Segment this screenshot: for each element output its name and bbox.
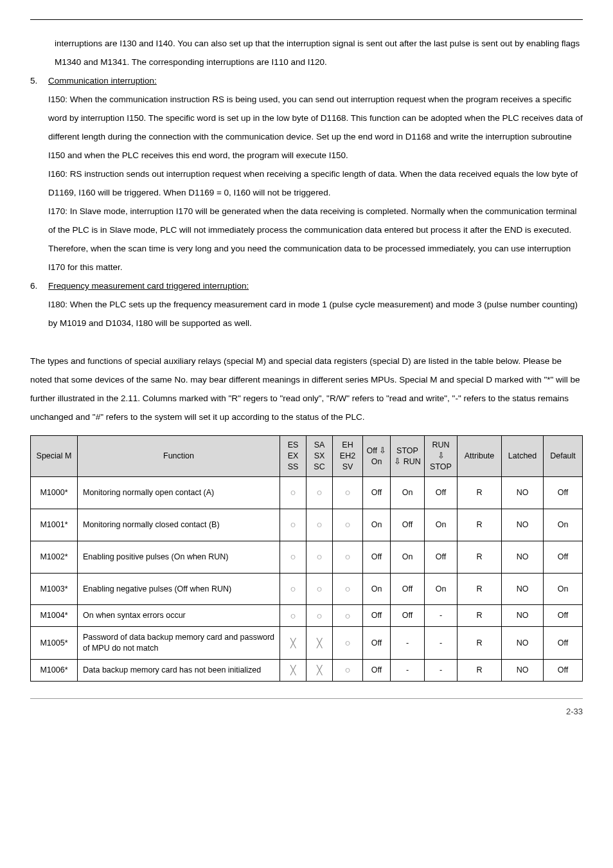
table-cell-symbol: ╳	[280, 660, 306, 682]
table-cell-symbol: ╳	[306, 627, 333, 660]
table-cell-function: Enabling positive pulses (On when RUN)	[78, 541, 280, 573]
table-cell-id: M1004*	[31, 605, 78, 627]
th-default: Default	[544, 436, 583, 477]
table-cell-function: Password of data backup memory card and …	[78, 627, 280, 660]
table-cell: -	[425, 660, 458, 682]
table-cell: On	[425, 509, 458, 541]
table-cell: -	[425, 627, 458, 660]
table-cell-symbol: ○	[280, 605, 306, 627]
table-row: M1006*Data backup memory card has not be…	[31, 660, 583, 682]
table-explanation: The types and functions of special auxil…	[30, 352, 583, 426]
table-cell-function: Monitoring normally closed contact (B)	[78, 509, 280, 541]
th-special-m: Special M	[31, 436, 78, 477]
list-num-5: 5.	[30, 71, 48, 90]
list-item-6: 6. Frequency measurement card triggered …	[30, 276, 583, 332]
table-cell-symbol: ○	[306, 605, 333, 627]
table-cell: Off	[363, 476, 391, 509]
table-cell: -	[391, 660, 425, 682]
continuation-text: interruptions are I130 and I140. You can…	[30, 34, 583, 71]
item5-p2: I160: RS instruction sends out interrupt…	[48, 165, 583, 202]
th-function: Function	[78, 436, 280, 477]
th-es-ex-ss: ES EX SS	[280, 436, 306, 477]
item5-p3: I170: In Slave mode, interruption I170 w…	[48, 202, 583, 276]
table-row: M1004*On when syntax errors occur○○○OffO…	[31, 605, 583, 627]
table-cell-function: Enabling negative pulses (Off when RUN)	[78, 573, 280, 605]
table-row: M1000*Monitoring normally open contact (…	[31, 476, 583, 509]
table-cell-symbol: ○	[333, 541, 363, 573]
table-row: M1003*Enabling negative pulses (Off when…	[31, 573, 583, 605]
table-cell: NO	[502, 509, 544, 541]
section-heading-frequency: Frequency measurement card triggered int…	[48, 281, 249, 291]
relay-table: Special M Function ES EX SS SA SX SC EH …	[30, 435, 583, 682]
table-cell-symbol: ○	[306, 476, 333, 509]
th-off-on: Off ⇩ On	[363, 436, 391, 477]
table-row: M1005*Password of data backup memory car…	[31, 627, 583, 660]
table-cell: Off	[544, 605, 583, 627]
th-sa-sx-sc: SA SX SC	[306, 436, 333, 477]
th-attribute: Attribute	[458, 436, 502, 477]
th-latched: Latched	[502, 436, 544, 477]
table-cell-id: M1001*	[31, 509, 78, 541]
table-cell: On	[391, 476, 425, 509]
table-cell-function: On when syntax errors occur	[78, 605, 280, 627]
table-cell-symbol: ○	[306, 573, 333, 605]
table-cell: Off	[425, 541, 458, 573]
table-cell-symbol: ○	[280, 509, 306, 541]
table-cell: On	[544, 509, 583, 541]
th-stop-run: STOP ⇩ RUN	[391, 436, 425, 477]
table-cell: On	[425, 573, 458, 605]
table-cell-symbol: ○	[306, 509, 333, 541]
table-cell: NO	[502, 573, 544, 605]
table-cell: R	[458, 541, 502, 573]
table-cell: Off	[363, 627, 391, 660]
table-cell: Off	[544, 660, 583, 682]
table-cell-id: M1005*	[31, 627, 78, 660]
th-eh-eh2-sv: EH EH2 SV	[333, 436, 363, 477]
table-cell-symbol: ○	[333, 627, 363, 660]
table-cell: Off	[391, 509, 425, 541]
table-cell-id: M1006*	[31, 660, 78, 682]
table-cell: On	[544, 573, 583, 605]
table-cell: -	[425, 605, 458, 627]
list-item-5: 5. Communication interruption: I150: Whe…	[30, 71, 583, 276]
table-cell-function: Data backup memory card has not been ini…	[78, 660, 280, 682]
table-cell: NO	[502, 476, 544, 509]
top-rule	[30, 19, 583, 20]
table-cell-function: Monitoring normally open contact (A)	[78, 476, 280, 509]
table-cell: Off	[391, 605, 425, 627]
table-cell: R	[458, 605, 502, 627]
table-cell: -	[391, 627, 425, 660]
table-cell: NO	[502, 660, 544, 682]
table-cell-symbol: ○	[333, 605, 363, 627]
page-number: 2-33	[566, 707, 583, 716]
table-cell: NO	[502, 541, 544, 573]
table-cell-symbol: ╳	[306, 660, 333, 682]
table-cell: Off	[544, 541, 583, 573]
table-cell: Off	[544, 627, 583, 660]
table-cell: Off	[363, 541, 391, 573]
section-heading-communication: Communication interruption:	[48, 76, 157, 86]
table-cell: NO	[502, 605, 544, 627]
table-cell: On	[391, 541, 425, 573]
table-cell: R	[458, 660, 502, 682]
th-run-stop: RUN ⇩ STOP	[425, 436, 458, 477]
table-cell: R	[458, 573, 502, 605]
table-cell: On	[363, 573, 391, 605]
table-cell: R	[458, 627, 502, 660]
table-header-row: Special M Function ES EX SS SA SX SC EH …	[31, 436, 583, 477]
table-cell: R	[458, 476, 502, 509]
table-cell-symbol: ○	[306, 541, 333, 573]
table-cell: Off	[363, 605, 391, 627]
table-row: M1001*Monitoring normally closed contact…	[31, 509, 583, 541]
table-cell: Off	[544, 476, 583, 509]
table-cell-id: M1003*	[31, 573, 78, 605]
table-cell: NO	[502, 627, 544, 660]
footer: 2-33	[30, 698, 583, 721]
list-num-6: 6.	[30, 276, 48, 295]
table-cell-id: M1002*	[31, 541, 78, 573]
table-cell: Off	[425, 476, 458, 509]
item6-p1: I180: When the PLC sets up the frequency…	[48, 295, 583, 332]
table-cell-symbol: ╳	[280, 627, 306, 660]
table-cell: Off	[363, 660, 391, 682]
table-cell: On	[363, 509, 391, 541]
